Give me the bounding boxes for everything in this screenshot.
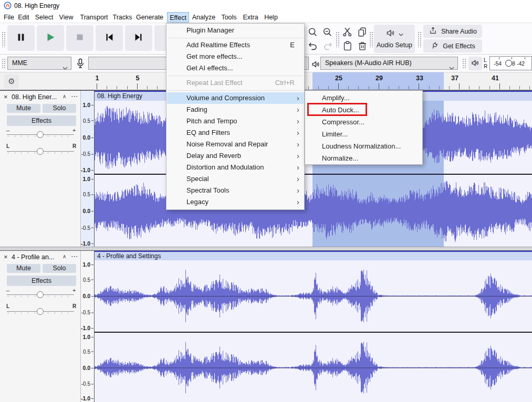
track2-gain-slider[interactable] (7, 291, 74, 299)
menu-view[interactable]: View (56, 12, 77, 23)
zoom-out-button[interactable] (321, 26, 335, 40)
track1-close-icon[interactable]: × (4, 93, 8, 101)
menu-edit[interactable]: Edit (15, 12, 33, 23)
track1-title[interactable]: 08. High Ener... (12, 93, 61, 101)
menu-item-get-ai-effects[interactable]: Get AI effects... (167, 62, 304, 74)
cut-button[interactable] (341, 26, 354, 39)
track2-channel1-waveform[interactable] (95, 260, 532, 332)
track1-solo-button[interactable]: Solo (43, 104, 76, 113)
track1-pan-slider[interactable] (7, 148, 74, 155)
red-annotation-box (307, 103, 367, 116)
get-effects-button[interactable]: Get Effects (423, 39, 482, 52)
copy-button[interactable] (356, 26, 369, 39)
menu-item-pitch-and-tempo[interactable]: Pitch and Tempo› (167, 115, 304, 127)
menu-separator (168, 38, 302, 38)
menu-item-noise-removal-and-repair[interactable]: Noise Removal and Repair› (167, 139, 304, 150)
track1-gain-slider[interactable] (7, 131, 74, 139)
play-button[interactable] (37, 25, 64, 51)
menu-tools[interactable]: Tools (217, 12, 241, 23)
delete-button[interactable] (356, 40, 369, 54)
menu-select[interactable]: Select (32, 12, 57, 23)
track1-effects-button[interactable]: Effects (7, 115, 76, 126)
track1-channel2-waveform[interactable] (95, 175, 532, 247)
track2-close-icon[interactable]: × (4, 253, 8, 261)
playback-device-dropdown[interactable]: Speakers (M-Audio AIR HUB) (320, 57, 458, 70)
track2-effects-button[interactable]: Effects (7, 276, 76, 286)
menu-item-amplify[interactable]: Amplify... (306, 92, 422, 104)
audio-setup-button[interactable]: Audio Setup (374, 25, 415, 53)
menu-generate[interactable]: Generate (132, 12, 167, 23)
track2-waveform-area[interactable]: 4 - Profile and Settings (95, 251, 532, 402)
title-bar: 08. High Energy (0, 0, 532, 12)
undo-button[interactable] (306, 40, 320, 54)
menu-item-legacy[interactable]: Legacy› (167, 196, 304, 208)
track2-pan-slider[interactable] (7, 308, 74, 315)
menu-item-plugin-manager[interactable]: Plugin Manager (167, 25, 304, 36)
microphone-icon (74, 57, 87, 70)
redo-icon (322, 40, 333, 54)
zoom-in-button[interactable] (306, 26, 320, 40)
track2-vertical-ruler[interactable]: 1.0 0.5 0.0 -0.5 -1.0 1.0 0.5 0.0 -0.5 -… (81, 251, 95, 402)
menu-extra[interactable]: Extra (239, 12, 262, 23)
menu-item-spectral-tools[interactable]: Spectral Tools› (167, 185, 304, 196)
share-toolbar-grip[interactable] (418, 31, 422, 47)
gain-slider-thumb[interactable] (37, 291, 44, 298)
skip-to-start-button[interactable] (96, 25, 123, 51)
meter-toolbar-grip[interactable] (462, 58, 466, 69)
timeline-options-button[interactable]: ⚙ (4, 74, 19, 89)
share-audio-icon (429, 26, 437, 37)
track2-title[interactable]: 4 - Profile an... (12, 253, 61, 261)
menu-item-volume-and-compression[interactable]: Volume and Compression› (167, 92, 304, 104)
menu-transport[interactable]: Transport (76, 12, 112, 23)
menu-item-distortion-and-modulation[interactable]: Distortion and Modulation› (167, 162, 304, 173)
menu-effect[interactable]: Effect (167, 12, 189, 23)
paste-button[interactable] (341, 40, 354, 54)
pan-slider-thumb[interactable] (37, 148, 44, 155)
menu-tracks[interactable]: Tracks (110, 12, 134, 23)
meter-scale-label: -42 (517, 60, 525, 67)
stop-icon (74, 31, 86, 45)
menu-item-repeat-last-effect[interactable]: Repeat Last EffectCtrl+R (167, 77, 304, 89)
audio-setup-grip[interactable] (369, 31, 373, 47)
menu-item-add-realtime-effects[interactable]: Add Realtime EffectsE (167, 39, 304, 51)
stop-button[interactable] (66, 25, 93, 51)
audio-setup-label: Audio Setup (374, 41, 415, 49)
playback-meter-button[interactable] (468, 57, 482, 70)
menu-item-limiter[interactable]: Limiter... (306, 128, 422, 140)
pan-slider-thumb[interactable] (37, 308, 44, 315)
transport-toolbar-grip[interactable] (2, 31, 6, 47)
track2-menu-icon[interactable]: ⋯ (71, 252, 78, 260)
track1-vertical-ruler[interactable]: 1.0 0.5 0.0 -0.5 -1.0 1.0 0.5 0.0 -0.5 -… (81, 91, 95, 247)
menu-tools-label: Tools (221, 14, 236, 21)
device-toolbar-grip[interactable] (2, 58, 6, 69)
menu-help[interactable]: Help (260, 12, 281, 23)
track2-clip-label[interactable]: 4 - Profile and Settings (95, 251, 532, 260)
menu-analyze[interactable]: Analyze (189, 12, 218, 23)
skip-to-end-button[interactable] (125, 25, 152, 51)
playback-meter[interactable]: -54 8 -42 (489, 56, 532, 70)
menu-item-eq-and-filters[interactable]: EQ and Filters› (167, 127, 304, 139)
track1-menu-icon[interactable]: ⋯ (71, 92, 78, 100)
menu-item-loudness-normalization[interactable]: Loudness Normalization... (306, 140, 422, 152)
edit-toolbar-grip[interactable] (336, 31, 340, 47)
audio-host-dropdown[interactable]: MME (7, 57, 71, 70)
solo-label: Solo (53, 265, 66, 272)
track1-mute-button[interactable]: Mute (7, 104, 40, 113)
track2-mute-button[interactable]: Mute (7, 264, 40, 273)
menu-item-get-more-effects[interactable]: Get more effects... (167, 51, 304, 62)
scale-label: -1.0 (81, 167, 90, 173)
menu-item-normalize[interactable]: Normalize... (306, 152, 422, 164)
redo-button[interactable] (321, 40, 335, 54)
track1-collapse-icon[interactable]: ∧ (62, 93, 66, 99)
share-audio-button[interactable]: Share Audio (423, 25, 482, 38)
menu-item-compressor[interactable]: Compressor... (306, 116, 422, 128)
menu-item-fading[interactable]: Fading› (167, 104, 304, 115)
menu-item-special[interactable]: Special› (167, 173, 304, 185)
gain-slider-thumb[interactable] (37, 131, 44, 138)
track2-channel2-waveform[interactable] (95, 333, 532, 402)
menu-item-delay-and-reverb[interactable]: Delay and Reverb› (167, 150, 304, 162)
pause-button[interactable] (7, 25, 35, 51)
track2-collapse-icon[interactable]: ∧ (62, 253, 66, 259)
track2-solo-button[interactable]: Solo (43, 264, 76, 273)
meter-knob-icon (505, 60, 512, 67)
